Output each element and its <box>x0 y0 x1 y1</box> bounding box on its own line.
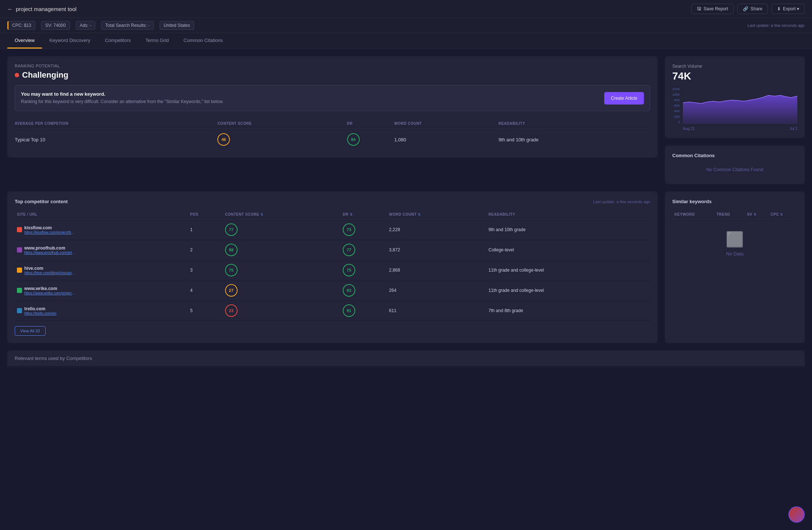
page-title: project management tool <box>16 6 76 12</box>
col-content-score: CONTENT SCORE <box>217 119 347 129</box>
word-count-cell: 2,868 <box>387 260 486 280</box>
site-url[interactable]: https://trello.com/en <box>24 311 56 315</box>
pos-cell: 5 <box>188 301 223 321</box>
cpc-meta: CPC: $13 <box>7 21 35 30</box>
dr-circle: 73 <box>343 223 355 236</box>
tab-terms-grid[interactable]: Terms Grid <box>138 33 177 49</box>
site-url[interactable]: https://www.wrike.com/project-managem... <box>24 291 76 295</box>
tab-competitors[interactable]: Competitors <box>97 33 138 49</box>
word-count-cell: 2,228 <box>387 220 486 240</box>
favicon <box>17 288 22 293</box>
similar-keywords-title: Similar keywords <box>672 199 797 204</box>
y-axis-labels: 120K 100K 80K 60K 40K 20K 0 <box>672 87 681 124</box>
site-url[interactable]: https://www.proofhub.com/articles/top-pr… <box>24 251 76 255</box>
region-meta: United States <box>160 21 194 30</box>
dr-cell: 83 <box>341 280 387 301</box>
site-name: www.proofhub.com <box>24 245 76 251</box>
chart-svg: Aug 21 Jul 2 <box>683 87 797 131</box>
alert-title: You may want to find a new keyword. <box>21 91 224 97</box>
alert-text: You may want to find a new keyword. Rank… <box>21 91 224 105</box>
content-score-circle: 75 <box>225 264 238 276</box>
challenging-dot <box>15 73 19 77</box>
site-cell: www.wrike.com https://www.wrike.com/proj… <box>15 280 188 301</box>
table-row: www.wrike.com https://www.wrike.com/proj… <box>15 280 650 301</box>
word-count-cell: 1,080 <box>394 129 498 151</box>
avatar[interactable] <box>788 506 805 523</box>
favicon <box>17 227 22 232</box>
pos-cell: 1 <box>188 220 223 240</box>
no-citations-text: No Common Citations Found <box>672 163 797 177</box>
competitor-table: SITE / URL POS CONTENT SCORE ⇅ DR ⇅ WORD… <box>15 209 650 321</box>
site-cell: trello.com https://trello.com/en <box>15 301 188 321</box>
th-word-count: WORD COUNT ⇅ <box>387 209 486 220</box>
view-all-button[interactable]: View All 20 <box>15 326 46 336</box>
export-button[interactable]: ⬇ Export ▾ <box>772 4 805 14</box>
word-count-cell: 264 <box>387 280 486 301</box>
table-row: www.proofhub.com https://www.proofhub.co… <box>15 240 650 260</box>
table-row: hive.com https://hive.com/blog/choosing-… <box>15 260 650 280</box>
chart-x-labels: Aug 21 Jul 2 <box>683 127 797 131</box>
create-article-button[interactable]: Create Article <box>604 92 644 105</box>
competitor-card: Top competitor content Last update: a fe… <box>7 191 658 343</box>
dr-cell: 73 <box>341 220 387 240</box>
no-data-label: No Data <box>726 251 744 257</box>
pos-cell: 3 <box>188 260 223 280</box>
site-cell: hive.com https://hive.com/blog/choosing-… <box>15 260 188 280</box>
svg-marker-5 <box>683 95 797 124</box>
col-dr: DR <box>347 119 394 129</box>
main-content: Ranking Potential Challenging You may wa… <box>0 49 812 191</box>
header-actions: 🖫 Save Report 🔗 Share ⬇ Export ▾ <box>691 4 805 14</box>
row-label: Typical Top 10 <box>15 129 217 151</box>
avatar-image <box>789 507 804 522</box>
dr-cell: 77 <box>341 240 387 260</box>
meta-bar: CPC: $13 SV: 74000 Ads: - Total Search R… <box>0 18 812 33</box>
ranking-label: Ranking Potential <box>15 64 650 68</box>
right-column: Search Volume 74K 120K 100K 80K 60K 40K … <box>665 56 805 184</box>
alert-body: Ranking for this keyword is very difficu… <box>21 98 224 105</box>
no-data-icon: ⬜ <box>726 231 744 248</box>
content-score-cell: 75 <box>223 260 341 280</box>
total-search-meta: Total Search Results: - <box>101 21 154 30</box>
similar-keywords-card: Similar keywords KEYWORD TREND SV ⇅ CPC … <box>665 191 805 343</box>
readability-cell: 7th and 8th grade <box>486 301 650 321</box>
site-name: hive.com <box>24 266 76 271</box>
site-url[interactable]: https://kissflow.com/project/best-projec… <box>24 230 76 234</box>
stats-row: Typical Top 10 46 84 1,080 9th and 10th … <box>15 129 650 151</box>
th-pos: POS <box>188 209 223 220</box>
tab-overview[interactable]: Overview <box>7 33 42 49</box>
dr-circle: 84 <box>347 133 360 146</box>
content-score-circle: 77 <box>225 223 238 236</box>
th-keyword: KEYWORD <box>672 209 714 220</box>
pos-cell: 4 <box>188 280 223 301</box>
readability-cell: 9th and 10th grade <box>486 220 650 240</box>
site-name: www.wrike.com <box>24 286 76 291</box>
save-report-button[interactable]: 🖫 Save Report <box>691 4 734 14</box>
dr-circle: 75 <box>343 264 355 276</box>
share-button[interactable]: 🔗 Share <box>737 4 768 14</box>
site-name: trello.com <box>24 306 56 311</box>
content-score-cell: 27 <box>223 280 341 301</box>
th-cpc: CPC ⇅ <box>769 209 797 220</box>
common-citations-card: Common Citations No Common Citations Fou… <box>665 145 805 184</box>
site-cell: www.proofhub.com https://www.proofhub.co… <box>15 240 188 260</box>
content-score-cell: 23 <box>223 301 341 321</box>
tab-keyword-discovery[interactable]: Keyword Discovery <box>42 33 97 49</box>
th-readability: READABILITY <box>486 209 650 220</box>
dr-cell: 84 <box>347 129 394 151</box>
common-citations-title: Common Citations <box>672 153 797 158</box>
similar-keywords-table: KEYWORD TREND SV ⇅ CPC ⇅ <box>672 209 797 220</box>
tab-common-citations[interactable]: Common Citations <box>176 33 230 49</box>
site-url[interactable]: https://hive.com/blog/choosing-project-m… <box>24 271 76 275</box>
competitor-header: Top competitor content Last update: a fe… <box>15 199 650 204</box>
comp-table-header: SITE / URL POS CONTENT SCORE ⇅ DR ⇅ WORD… <box>15 209 650 220</box>
th-site: SITE / URL <box>15 209 188 220</box>
relevant-terms-title: Relevant terms used by Competitors <box>15 356 797 361</box>
th-dr: DR ⇅ <box>341 209 387 220</box>
col-readability: READABILITY <box>498 119 650 129</box>
tabs-bar: Overview Keyword Discovery Competitors T… <box>0 33 812 49</box>
back-button[interactable]: ← project management tool <box>7 6 76 12</box>
dr-circle: 77 <box>343 244 355 256</box>
th-content-score: CONTENT SCORE ⇅ <box>223 209 341 220</box>
content-score-cell: 77 <box>223 220 341 240</box>
last-update-meta: Last update: a few seconds ago <box>748 23 805 28</box>
